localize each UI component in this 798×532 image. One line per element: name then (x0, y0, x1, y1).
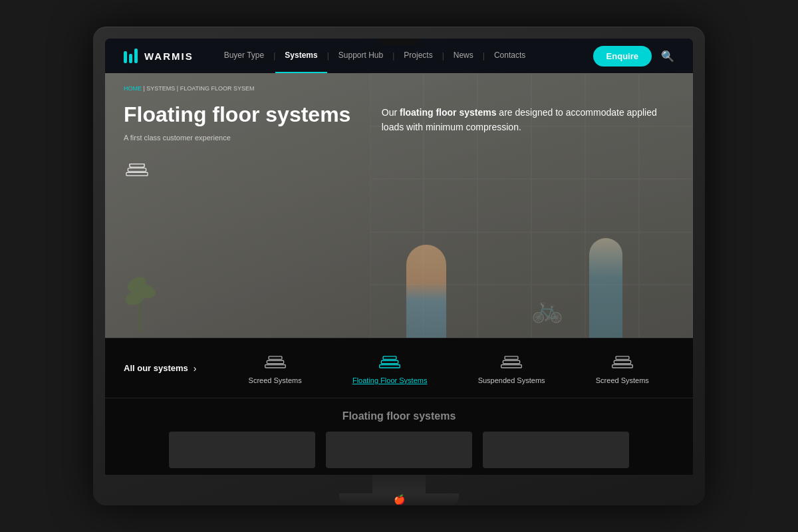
systems-bar: All our systems › Screed Systems (105, 338, 693, 398)
system-item-screed-1[interactable]: Screed Systems (249, 352, 302, 384)
bottom-title: Floating floor systems (124, 410, 674, 422)
logo-area[interactable]: WARMIS (124, 49, 194, 63)
svg-rect-1 (128, 168, 146, 172)
svg-rect-11 (501, 364, 522, 368)
system-suspended-label: Suspended Systems (478, 376, 545, 384)
systems-items: Screed Systems Floating Floor Systems (223, 352, 675, 384)
svg-rect-2 (130, 164, 144, 167)
bottom-card-3[interactable] (483, 432, 629, 468)
floating-icon (378, 352, 402, 371)
svg-rect-7 (269, 356, 282, 359)
logo-bar-2 (129, 54, 132, 63)
system-item-screed-2[interactable]: Screed Systems (596, 352, 649, 384)
svg-rect-13 (505, 356, 518, 359)
monitor: WARMIS Buyer Type | Systems | Support Hu… (93, 27, 705, 505)
system-screed-2-label: Screed Systems (596, 376, 649, 384)
hero-left: Floating floor systems A first class cus… (124, 102, 355, 184)
monitor-stand-neck (372, 475, 426, 493)
logo-text: WARMIS (144, 51, 194, 62)
floor-layers-icon (124, 155, 150, 182)
svg-rect-6 (267, 360, 283, 364)
breadcrumb-rest: | SYSTEMS | FLOATING FLOOR SYSEM (144, 85, 255, 92)
svg-rect-12 (503, 360, 519, 364)
search-icon[interactable]: 🔍 (661, 50, 674, 63)
logo-icon (124, 49, 138, 63)
apple-logo-icon: 🍎 (394, 494, 405, 505)
logo-bar-3 (134, 49, 138, 63)
systems-all-link[interactable]: All our systems › (124, 363, 197, 374)
svg-rect-14 (612, 364, 633, 368)
svg-rect-16 (616, 356, 629, 359)
nav-support-hub[interactable]: Support Hub (329, 39, 392, 73)
hero-two-col: Floating floor systems A first class cus… (124, 102, 674, 326)
svg-rect-15 (614, 360, 630, 364)
svg-rect-0 (126, 172, 148, 176)
systems-all-label: All our systems (124, 363, 188, 373)
nav-news[interactable]: News (444, 39, 483, 73)
screed-icon-1 (263, 352, 287, 371)
breadcrumb-home[interactable]: HOME (124, 85, 142, 92)
bottom-card-2[interactable] (326, 432, 472, 468)
enquire-button[interactable]: Enquire (593, 46, 652, 66)
website: WARMIS Buyer Type | Systems | Support Hu… (105, 39, 693, 475)
hero-right: Our floating floor systems are designed … (382, 102, 674, 135)
monitor-screen: WARMIS Buyer Type | Systems | Support Hu… (105, 39, 693, 475)
hero-content: HOME | SYSTEMS | FLOATING FLOOR SYSEM Fl… (105, 73, 693, 338)
bottom-card-1[interactable] (169, 432, 315, 468)
hero-description: Our floating floor systems are designed … (382, 105, 674, 135)
nav-links: Buyer Type | Systems | Support Hub | Pro… (215, 39, 593, 73)
system-item-suspended[interactable]: Suspended Systems (478, 352, 545, 384)
monitor-stand-base: 🍎 (339, 493, 459, 505)
nav-projects[interactable]: Projects (394, 39, 442, 73)
logo-bar-1 (124, 51, 127, 63)
suspended-icon (499, 352, 523, 371)
nav-systems[interactable]: Systems (275, 39, 327, 73)
svg-rect-10 (383, 356, 396, 359)
nav-right: Enquire 🔍 (593, 46, 674, 66)
system-floating-label: Floating Floor Systems (352, 376, 427, 384)
breadcrumb: HOME | SYSTEMS | FLOATING FLOOR SYSEM (124, 85, 674, 92)
svg-rect-9 (382, 360, 398, 364)
bottom-cards (124, 432, 674, 468)
nav-buyer-type[interactable]: Buyer Type (215, 39, 273, 73)
system-item-floating[interactable]: Floating Floor Systems (352, 352, 427, 384)
navbar: WARMIS Buyer Type | Systems | Support Hu… (105, 39, 693, 73)
bottom-section: Floating floor systems (105, 398, 693, 475)
svg-rect-5 (265, 364, 285, 368)
arrow-right-icon: › (194, 363, 197, 374)
hero-section: 🚲 HOME | SYSTEMS | FLOATING FLOOR SYSEM … (105, 73, 693, 338)
nav-contacts[interactable]: Contacts (485, 39, 535, 73)
hero-title: Floating floor systems (124, 102, 355, 127)
svg-rect-8 (380, 364, 400, 368)
system-screed-1-label: Screed Systems (249, 376, 302, 384)
hero-subtitle: A first class customer experience (124, 134, 355, 142)
screed-icon-2 (610, 352, 634, 371)
